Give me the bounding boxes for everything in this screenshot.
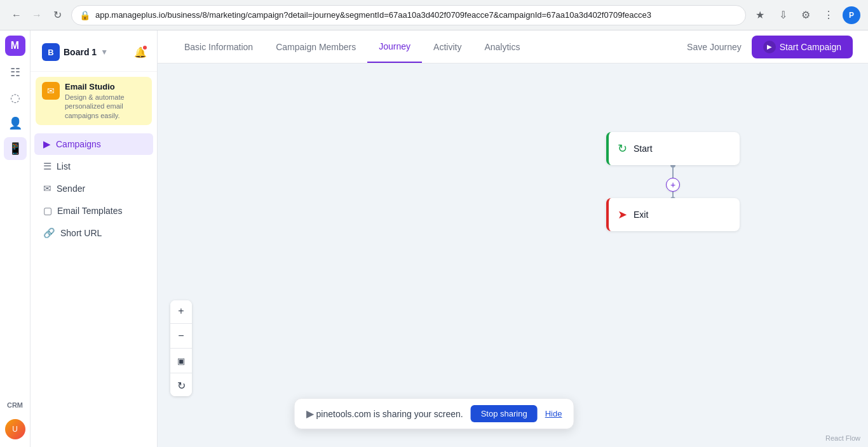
sidebar-item-list[interactable]: ☰ List [34,156,153,177]
email-studio-desc: Design & automate personalized email cam… [65,93,146,120]
top-nav: Basic Information Campaign Members Journ… [158,30,868,63]
browser-nav-buttons: ← → ↻ [8,6,66,24]
zoom-divider-3 [170,373,192,373]
sidebar-item-email-templates[interactable]: ▢ Email Templates [34,200,153,222]
icon-bar: M ☷ ◌ 👤 📱 CRM U [0,30,31,447]
stop-sharing-button[interactable]: Stop sharing [471,405,538,422]
start-campaign-button[interactable]: ▶ Start Campaign [752,36,853,58]
zoom-controls: + − ▣ ↻ [170,300,192,396]
start-node-label: Start [634,143,653,154]
notification-badge [142,44,148,51]
sidebar-item-short-url[interactable]: 🔗 Short URL [34,222,153,244]
icon-bar-analytics[interactable]: ◌ [4,86,27,109]
icon-bar-marketing[interactable]: 📱 [4,137,27,160]
extensions-button[interactable]: ⚙ [797,6,815,24]
zoom-in-icon: + [178,305,184,317]
start-campaign-label: Start Campaign [780,42,841,52]
save-journey-button[interactable]: Save Journey [677,38,752,56]
tab-analytics[interactable]: Analytics [473,32,531,62]
user-avatar[interactable]: U [5,419,25,439]
zoom-out-button[interactable]: − [170,325,192,347]
sidebar-item-campaigns[interactable]: ▶ Campaigns [34,133,153,155]
start-icon: ↻ [618,142,627,156]
sidebar-item-label: Email Templates [57,206,122,216]
refresh-icon: ↻ [177,380,186,392]
screen-share-indicator: ▶ pinetools.com is sharing your screen. [306,408,463,420]
icon-bar-people[interactable]: 👤 [4,112,27,135]
email-templates-icon: ▢ [43,205,52,217]
journey-canvas[interactable]: ↻ Start + ➤ Exit + − ▣ [158,63,868,447]
hide-button[interactable]: Hide [545,409,562,418]
tab-journey[interactable]: Journey [367,31,422,63]
top-nav-tabs: Basic Information Campaign Members Journ… [173,31,677,63]
add-node-button[interactable]: + [666,178,680,192]
zoom-divider [170,323,192,324]
screen-share-icon: ▶ [306,408,314,420]
browser-actions: ★ ⇩ ⚙ ⋮ P [751,6,860,24]
back-button[interactable]: ← [8,6,25,24]
list-icon: ☰ [43,161,51,172]
refresh-button[interactable]: ↻ [170,375,192,396]
app-logo[interactable]: M [5,36,25,56]
email-studio-banner: ✉ Email Studio Design & automate persona… [36,77,152,125]
sidebar-item-label: Sender [57,183,85,194]
fit-icon: ▣ [177,356,185,366]
play-icon: ▶ [763,41,776,53]
icon-bar-home[interactable]: ☷ [4,61,27,84]
forward-button[interactable]: → [28,6,46,24]
more-button[interactable]: ⋮ [820,6,837,24]
sidebar-item-label: Campaigns [56,139,101,149]
journey-node-start[interactable]: ↻ Start [606,132,740,165]
sender-icon: ✉ [43,183,51,194]
sidebar-item-label: List [57,161,71,171]
campaigns-icon: ▶ [43,138,51,150]
zoom-in-button[interactable]: + [170,300,192,322]
lock-icon: 🔒 [79,10,90,20]
tab-campaign-members[interactable]: Campaign Members [264,32,367,62]
address-bar[interactable]: 🔒 app.manageplus.io/business/8/marketing… [71,5,746,25]
download-button[interactable]: ⇩ [774,6,792,24]
board-name: Board 1 [64,47,97,57]
app-layout: M ☷ ◌ 👤 📱 CRM U B Board 1 ▼ 🔔 [0,30,868,447]
fit-view-button[interactable]: ▣ [170,350,192,371]
sidebar-nav: ▶ Campaigns ☰ List ✉ Sender ▢ Email Temp… [31,128,157,250]
url-text: app.manageplus.io/business/8/marketing/c… [95,10,738,20]
tab-basic-information[interactable]: Basic Information [173,32,264,62]
browser-chrome: ← → ↻ 🔒 app.manageplus.io/business/8/mar… [0,0,868,30]
exit-icon: ➤ [618,208,627,222]
board-selector[interactable]: B Board 1 ▼ [38,41,112,63]
reload-button[interactable]: ↻ [48,6,66,24]
tab-activity[interactable]: Activity [422,32,473,62]
profile-button[interactable]: P [843,6,860,24]
zoom-divider-2 [170,348,192,349]
main-content: Basic Information Campaign Members Journ… [158,30,868,447]
email-studio-icon: ✉ [42,82,60,100]
board-icon: B [42,43,60,61]
exit-node-label: Exit [634,210,648,220]
sidebar-header: B Board 1 ▼ 🔔 [31,36,157,72]
react-flow-label: React Flow [825,434,860,442]
email-studio-title: Email Studio [65,82,146,91]
sidebar-item-label: Short URL [60,228,102,238]
connector-svg [158,63,868,447]
journey-node-exit[interactable]: ➤ Exit [606,198,740,231]
star-button[interactable]: ★ [751,6,769,24]
icon-bar-crm[interactable]: CRM [4,394,27,417]
screen-share-message: pinetools.com is sharing your screen. [316,409,463,419]
chevron-down-icon: ▼ [100,48,108,57]
sidebar: B Board 1 ▼ 🔔 ✉ Email Studio Design & au… [31,30,158,447]
screen-share-banner: ▶ pinetools.com is sharing your screen. … [294,398,574,429]
email-studio-info: Email Studio Design & automate personali… [65,82,146,120]
sidebar-item-sender[interactable]: ✉ Sender [34,178,153,199]
zoom-out-icon: − [178,330,184,342]
notification-button[interactable]: 🔔 [132,43,149,61]
icon-bar-bottom: CRM U [4,394,27,442]
short-url-icon: 🔗 [43,227,55,239]
